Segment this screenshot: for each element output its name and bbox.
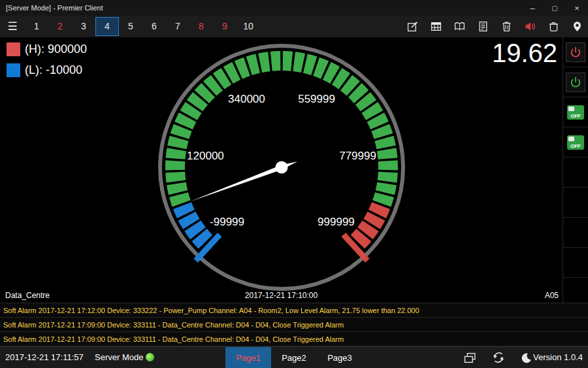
tab-10[interactable]: 10 [237, 17, 260, 36]
main-panel: (H): 900000 (L): -10000 19.62 -999991200… [0, 37, 563, 303]
clock-label: 2017-12-21 17:11:57 [5, 352, 84, 362]
book-button[interactable] [454, 21, 465, 32]
sidebar-cell-empty [563, 158, 588, 188]
power-red-button[interactable] [566, 42, 585, 62]
power-on-icon [570, 76, 581, 88]
gauge-footer: Data_Centre 2017-12-21 17:10:00 A05 [0, 291, 563, 301]
svg-text:340000: 340000 [228, 93, 265, 105]
toggle-off-2[interactable]: OFF [567, 135, 584, 150]
speaker-button[interactable] [525, 21, 536, 32]
control-sidebar: OFF OFF [563, 37, 588, 303]
tab-9[interactable]: 9 [213, 17, 237, 36]
alarm-legend: (H): 900000 (L): -10000 [7, 42, 87, 84]
tab-3[interactable]: 3 [72, 17, 95, 36]
sync-button[interactable] [492, 352, 504, 364]
archive-button[interactable] [548, 21, 559, 32]
page-tab-3[interactable]: Page3 [317, 347, 363, 368]
layout-button[interactable] [464, 352, 476, 364]
svg-text:-99999: -99999 [210, 216, 244, 228]
report-icon [478, 21, 489, 32]
tab-7[interactable]: 7 [166, 17, 189, 36]
alarm-row[interactable]: Soft Alarm 2017-12-21 17:12:00 Device: 3… [0, 303, 588, 318]
toggle-off-1[interactable]: OFF [567, 105, 584, 120]
edit-icon [407, 21, 418, 32]
page-tab-1[interactable]: Page1 [225, 347, 271, 368]
sidebar-cell-2 [563, 67, 588, 97]
tab-5[interactable]: 5 [119, 17, 142, 36]
status-bar: 2017-12-21 17:11:57 Server Mode Page1 Pa… [0, 346, 588, 368]
power-off-icon [570, 46, 581, 58]
tab-4[interactable]: 4 [95, 17, 119, 36]
sidebar-cell-3: OFF [563, 97, 588, 127]
toggle-off-2-label: OFF [567, 143, 584, 149]
svg-text:559999: 559999 [298, 93, 335, 105]
channel-label: A05 [545, 291, 559, 300]
speaker-icon [525, 21, 536, 32]
toggle-off-1-label: OFF [567, 113, 584, 119]
svg-text:120000: 120000 [187, 150, 224, 162]
alarm-row[interactable]: Soft Alarm 2017-12-21 17:09:00 Device: 3… [0, 332, 588, 346]
alarm-list: Soft Alarm 2017-12-21 17:12:00 Device: 3… [0, 303, 588, 346]
location-icon [572, 21, 583, 32]
gauge-chart: -99999120000340000559999779999999999 [151, 39, 412, 301]
close-button[interactable]: × [566, 0, 588, 16]
status-bar-icons [464, 347, 532, 368]
page-tabs: Page1 Page2 Page3 [225, 347, 363, 368]
toolbar: ☰ 1 2 3 4 5 6 7 8 9 10 [0, 16, 588, 37]
toggle-knob-icon [568, 107, 574, 111]
reading-timestamp-label: 2017-12-21 17:10:00 [0, 291, 563, 300]
tab-2[interactable]: 2 [48, 17, 72, 36]
sidebar-cell-4: OFF [563, 127, 588, 158]
page-tab-2[interactable]: Page2 [271, 347, 317, 368]
sync-icon [493, 352, 504, 363]
tab-6[interactable]: 6 [142, 17, 166, 36]
cascade-windows-icon [464, 352, 476, 363]
version-label: Version 1.0.4 [533, 352, 583, 362]
sidebar-cell-empty [563, 218, 588, 248]
toggle-knob-icon [568, 137, 574, 141]
trash-icon [501, 21, 512, 32]
trash-button[interactable] [501, 21, 512, 32]
low-alarm-swatch [7, 63, 20, 77]
maximize-button[interactable]: ▢ [544, 0, 566, 16]
edit-button[interactable] [407, 21, 418, 32]
current-value-display: 19.62 [492, 39, 557, 68]
power-green-button[interactable] [566, 73, 585, 92]
low-alarm-label: (L): -10000 [25, 63, 82, 77]
app-window: [Server Mode] - Premier Client – ▢ × ☰ 1… [0, 0, 588, 368]
report-button[interactable] [478, 21, 489, 32]
sidebar-cell-empty [563, 248, 588, 278]
legend-low-row: (L): -10000 [7, 63, 87, 77]
title-bar: [Server Mode] - Premier Client – ▢ × [0, 0, 588, 16]
location-button[interactable] [572, 21, 583, 32]
book-icon [454, 21, 465, 32]
sidebar-cell-1 [563, 37, 588, 67]
tab-8[interactable]: 8 [189, 17, 213, 36]
table-button[interactable] [431, 21, 442, 32]
alarm-row[interactable]: Soft Alarm 2017-12-21 17:09:00 Device: 3… [0, 318, 588, 332]
minimize-button[interactable]: – [521, 0, 544, 16]
tab-1[interactable]: 1 [25, 17, 48, 36]
high-alarm-label: (H): 900000 [25, 42, 87, 56]
connection-status-dot [146, 353, 154, 361]
legend-high-row: (H): 900000 [7, 42, 87, 56]
high-alarm-swatch [7, 42, 20, 56]
hamburger-menu-icon[interactable]: ☰ [0, 20, 25, 33]
svg-text:999999: 999999 [318, 216, 355, 228]
server-mode-label: Server Mode [95, 352, 143, 362]
archive-icon [548, 21, 559, 32]
table-icon [431, 21, 442, 32]
svg-text:779999: 779999 [339, 150, 376, 162]
moon-icon [521, 352, 532, 363]
gauge-svg: -99999120000340000559999779999999999 [151, 39, 412, 301]
sidebar-cell-empty [563, 188, 588, 218]
toolbar-icon-group [407, 16, 583, 37]
night-mode-button[interactable] [520, 352, 532, 364]
window-controls: – ▢ × [521, 0, 588, 16]
window-title: [Server Mode] - Premier Client [0, 4, 103, 12]
